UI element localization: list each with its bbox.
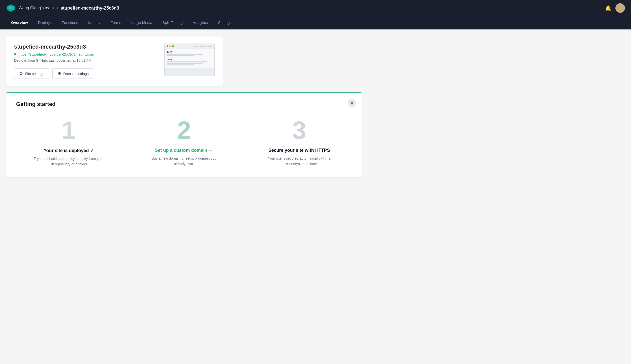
preview-year-2016: 2016 [167, 51, 212, 53]
nav-item-split-testing[interactable]: Split Testing [157, 16, 188, 29]
preview-nav-items [193, 46, 212, 47]
gear-icon-site: ⚙ [19, 71, 23, 76]
step-2: 2 Set up a custom domain → Buy a new dom… [131, 118, 236, 167]
gear-icon-domain: ⚙ [58, 71, 61, 76]
preview-nav-item [193, 46, 198, 47]
preview-line [167, 54, 203, 55]
section-title: Getting started [16, 101, 352, 107]
step-3-description: Your site is secured automatically with … [264, 156, 334, 167]
step-1-number: 1 [62, 118, 76, 143]
notification-bell-icon[interactable]: 🔔 [605, 5, 611, 11]
site-card: stupefied-mccarthy-25c3d3 https://stupef… [6, 37, 223, 86]
preview-line [167, 55, 194, 56]
main-nav: Overview Deploys Functions Identity Form… [0, 16, 631, 29]
nav-item-deploys[interactable]: Deploys [33, 16, 57, 29]
step-3: 3 Secure your site with HTTPS Your site … [247, 118, 352, 167]
step-2-description: Buy a new domain or setup a domain you a… [149, 156, 219, 167]
header-right: 🔔 + [605, 3, 625, 13]
preview-dot-green [172, 45, 174, 47]
breadcrumb-separator: > [56, 6, 58, 11]
site-meta: Deploys from GitHub. Last published at 1… [14, 58, 156, 62]
domain-settings-button[interactable]: ⚙ Domain settings [52, 68, 94, 79]
preview-dot-red [167, 45, 168, 47]
nav-item-settings[interactable]: Settings [213, 16, 237, 29]
main-content: stupefied-mccarthy-25c3d3 https://stupef… [0, 29, 368, 184]
step-3-number: 3 [292, 118, 306, 143]
nav-item-analytics[interactable]: Analytics [188, 16, 213, 29]
site-preview: 2016 2015 [164, 44, 215, 76]
preview-browser-bar [165, 44, 214, 49]
preview-content: 2016 2015 [165, 49, 214, 68]
getting-started-section: Getting started ✕ 1 Your site is deploye… [6, 92, 362, 177]
close-button[interactable]: ✕ [348, 99, 356, 107]
step-1: 1 Your site is deployed ✓ Try a test bui… [16, 118, 121, 167]
step-1-description: Try a test build and deploy, directly fr… [34, 156, 104, 167]
nav-item-forms[interactable]: Forms [105, 16, 126, 29]
preview-line [167, 63, 203, 64]
site-url-link[interactable]: https://stupefied-mccarthy-25c3d3.netlif… [18, 52, 94, 56]
status-dot [14, 53, 16, 55]
step-2-title[interactable]: Set up a custom domain → [155, 148, 213, 153]
add-button[interactable]: + [615, 3, 625, 13]
site-title: stupefied-mccarthy-25c3d3 [14, 44, 156, 50]
site-info: stupefied-mccarthy-25c3d3 https://stupef… [14, 44, 156, 79]
step-2-number: 2 [177, 118, 191, 143]
preview-line [167, 64, 194, 65]
nav-item-identity[interactable]: Identity [83, 16, 105, 29]
preview-dot-yellow [169, 45, 171, 47]
step-1-title: Your site is deployed ✓ [44, 148, 94, 153]
team-name: Wang Qiang's team [19, 6, 54, 10]
nav-item-functions[interactable]: Functions [57, 16, 83, 29]
preview-line [167, 61, 207, 62]
header-left: Wang Qiang's team > stupefied-mccarthy-2… [6, 3, 119, 13]
site-actions: ⚙ Site settings ⚙ Domain settings [14, 68, 156, 79]
site-settings-label: Site settings [25, 72, 44, 76]
preview-year-2015: 2015 [167, 58, 212, 61]
nav-item-large-media[interactable]: Large Media [126, 16, 157, 29]
preview-nav-item [200, 46, 205, 47]
preview-nav-item [207, 46, 212, 47]
site-url-row: https://stupefied-mccarthy-25c3d3.netlif… [14, 52, 156, 56]
netlify-logo [6, 3, 16, 13]
site-name: stupefied-mccarthy-25c3d3 [60, 6, 119, 11]
steps-grid: 1 Your site is deployed ✓ Try a test bui… [16, 118, 352, 167]
nav-item-overview[interactable]: Overview [6, 16, 33, 29]
domain-settings-label: Domain settings [63, 72, 88, 76]
close-icon: ✕ [350, 101, 354, 105]
header: Wang Qiang's team > stupefied-mccarthy-2… [0, 0, 631, 16]
site-settings-button[interactable]: ⚙ Site settings [14, 68, 49, 79]
step-3-title: Secure your site with HTTPS [268, 148, 330, 153]
breadcrumb: Wang Qiang's team > stupefied-mccarthy-2… [19, 6, 119, 11]
